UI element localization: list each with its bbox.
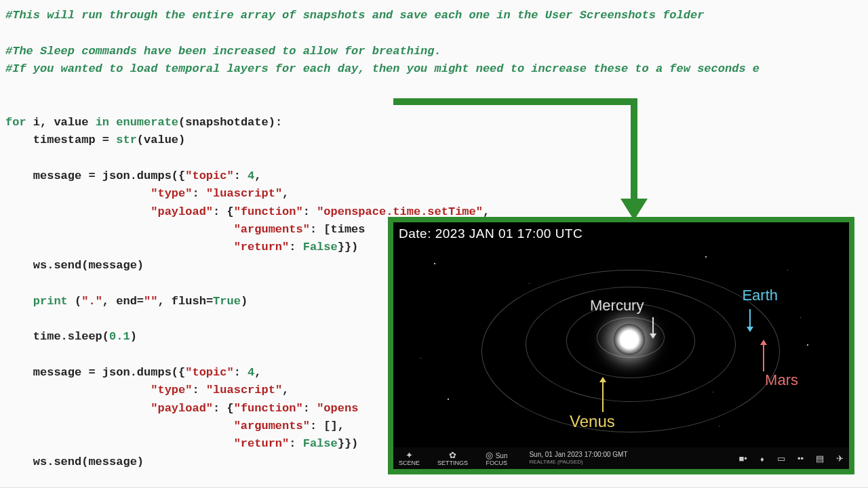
- arrow-icon: [763, 344, 764, 371]
- sun-icon: [614, 324, 645, 355]
- arrow-icon: [749, 309, 751, 329]
- keyword-for: for: [5, 116, 26, 129]
- image-icon[interactable]: ▭: [777, 453, 785, 464]
- label-mercury: Mercury: [590, 297, 644, 314]
- label-venus: Venus: [570, 412, 615, 431]
- label-mars: Mars: [765, 371, 798, 389]
- arrow-icon: [652, 317, 654, 336]
- settings-button[interactable]: ✿ SETTINGS: [437, 451, 468, 466]
- time-display[interactable]: Sun, 01 Jan 2023 17:00:00 GMT REALTIME (…: [529, 451, 627, 466]
- date-stamp: Date: 2023 JAN 01 17:00 UTC: [399, 226, 583, 241]
- scene-button[interactable]: ✦ SCENE: [399, 451, 420, 466]
- rocket-icon[interactable]: ✈: [836, 453, 844, 464]
- location-icon[interactable]: ⬧: [760, 453, 765, 464]
- openspace-preview: Date: 2023 JAN 01 17:00 UTC Mercury Eart…: [388, 217, 854, 474]
- gear-icon: ✿: [449, 451, 456, 460]
- focus-button[interactable]: ◎ Sun FOCUS: [486, 451, 507, 466]
- target-icon: ◎ Sun: [486, 451, 507, 460]
- comment: #If you wanted to load temporal layers f…: [5, 62, 760, 75]
- comment: #The Sleep commands have been increased …: [5, 45, 441, 58]
- preview-toolbar: ✦ SCENE ✿ SETTINGS ◎ Sun FOCUS Sun, 01 J…: [393, 447, 849, 469]
- camera-icon[interactable]: ■•: [738, 453, 747, 464]
- star-icon: ✦: [406, 451, 413, 460]
- comment: #This will run through the entire array …: [5, 9, 704, 22]
- dots-icon[interactable]: ••: [797, 453, 804, 464]
- film-icon[interactable]: ▤: [816, 453, 824, 464]
- arrow-icon: [602, 382, 604, 412]
- label-earth: Earth: [742, 287, 778, 304]
